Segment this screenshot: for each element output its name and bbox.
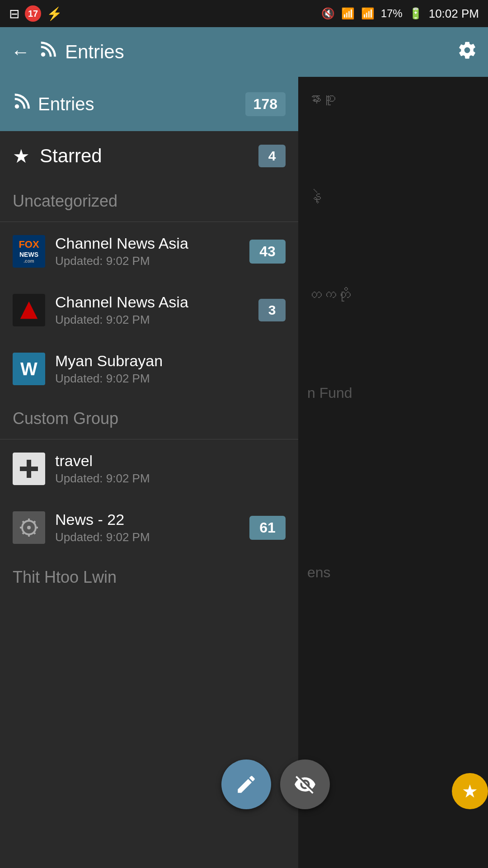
starred-row[interactable]: ★ Starred 4 xyxy=(0,131,298,181)
drawer-entries-label: Entries xyxy=(38,94,94,114)
feed-item-myan[interactable]: W Myan Subrayan Updated: 9:02 PM xyxy=(0,340,298,398)
feed-icon-travel xyxy=(13,453,45,485)
svg-line-14 xyxy=(23,533,24,534)
back-button[interactable]: ← xyxy=(11,41,30,63)
thit-htoo-lwin-label: Thit Htoo Lwin xyxy=(13,568,117,587)
star-icon: ★ xyxy=(13,145,30,167)
feed-updated-2: Updated: 9:02 PM xyxy=(55,313,188,327)
app-bar-title: Entries xyxy=(65,41,124,63)
feed-count-5: 61 xyxy=(249,516,286,540)
feed-icon-fox: FOX NEWS .com xyxy=(13,235,45,268)
usb-icon: ⚡ xyxy=(47,6,62,21)
feed-icon-wp: W xyxy=(13,353,45,385)
fab-edit-button[interactable] xyxy=(221,760,271,809)
custom-group-label: Custom Group xyxy=(13,409,118,428)
wifi-icon: 📶 xyxy=(341,7,355,20)
feed-item-news22[interactable]: News - 22 Updated: 9:02 PM 61 xyxy=(0,498,298,557)
battery-text: 17% xyxy=(381,7,403,20)
background-content: နားစူး နဲ့ တကတို n Fund ens xyxy=(298,77,488,868)
feed-title-2: Channel News Asia xyxy=(55,293,188,311)
feed-title-4: travel xyxy=(55,452,150,470)
feed-updated-4: Updated: 9:02 PM xyxy=(55,472,150,486)
fab-star-button[interactable]: ★ xyxy=(452,773,488,809)
mute-icon: 🔇 xyxy=(321,7,335,20)
svg-point-0 xyxy=(41,52,46,57)
feed-item-cna-triangle[interactable]: Channel News Asia Updated: 9:02 PM 3 xyxy=(0,281,298,340)
uncategorized-section[interactable]: Uncategorized xyxy=(0,181,298,222)
svg-line-12 xyxy=(34,533,36,534)
starred-label: Starred xyxy=(40,145,102,167)
thit-htoo-lwin-section[interactable]: Thit Htoo Lwin xyxy=(0,557,298,598)
svg-rect-4 xyxy=(20,467,38,471)
drawer: Entries 178 ★ Starred 4 Uncategorized FO… xyxy=(0,77,298,868)
feed-icon-triangle xyxy=(13,294,45,326)
notification-badge: 17 xyxy=(25,5,41,22)
feed-updated-1: Updated: 9:02 PM xyxy=(55,254,188,268)
app-bar: ← Entries xyxy=(0,27,488,77)
fab-hidden-button[interactable] xyxy=(280,760,330,809)
starred-count: 4 xyxy=(258,145,286,167)
feed-icon-news22 xyxy=(13,511,45,544)
bg-text-1: နားစူး xyxy=(298,77,488,121)
status-bar: ⊟ 17 ⚡ 🔇 📶 📶 17% 🔋 10:02 PM xyxy=(0,0,488,27)
feed-updated-5: Updated: 9:02 PM xyxy=(55,530,150,544)
battery-icon: 🔋 xyxy=(409,7,422,20)
feed-item-travel[interactable]: travel Updated: 9:02 PM xyxy=(0,439,298,498)
svg-point-6 xyxy=(27,526,31,529)
svg-marker-2 xyxy=(20,302,38,319)
uncategorized-label: Uncategorized xyxy=(13,192,117,211)
svg-line-11 xyxy=(23,521,24,523)
svg-point-1 xyxy=(15,104,19,108)
feed-updated-3: Updated: 9:02 PM xyxy=(55,372,163,386)
feed-title-1: Channel News Asia xyxy=(55,235,188,252)
svg-line-13 xyxy=(34,521,36,523)
screen-icon: ⊟ xyxy=(9,6,19,21)
signal-icon: 📶 xyxy=(361,7,375,20)
rss-icon xyxy=(39,42,56,63)
drawer-rss-icon xyxy=(13,94,30,115)
bg-text-5: ens xyxy=(298,551,488,594)
bg-text-2: နဲ့ xyxy=(298,175,488,219)
status-time: 10:02 PM xyxy=(429,7,479,21)
feed-title-5: News - 22 xyxy=(55,511,150,528)
bg-text-3: တကတို xyxy=(298,273,488,317)
drawer-entries-count: 178 xyxy=(245,92,286,116)
drawer-entries-header[interactable]: Entries 178 xyxy=(0,77,298,131)
feed-count-1: 43 xyxy=(249,240,286,264)
feed-title-3: Myan Subrayan xyxy=(55,352,163,370)
settings-button[interactable] xyxy=(457,40,477,64)
bg-text-4: n Fund xyxy=(298,371,488,415)
custom-group-section[interactable]: Custom Group xyxy=(0,398,298,439)
feed-item-cna-fox[interactable]: FOX NEWS .com Channel News Asia Updated:… xyxy=(0,222,298,281)
feed-count-2: 3 xyxy=(258,299,286,321)
